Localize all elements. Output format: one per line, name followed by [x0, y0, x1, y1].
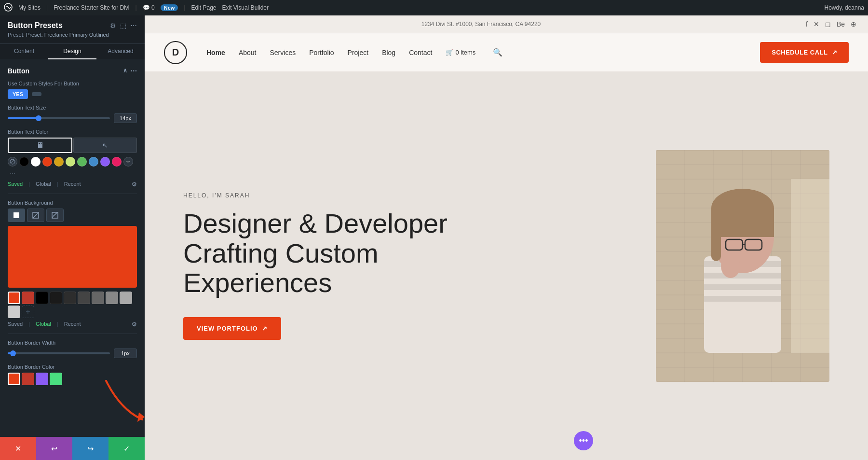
comments-icon[interactable]: 💬 0 — [143, 4, 155, 11]
button-text-color-label: Button Text Color — [8, 129, 137, 135]
more-icon[interactable]: ⋯ — [130, 22, 137, 29]
text-color-circles: ✏ ··· — [8, 157, 137, 178]
text-size-track[interactable] — [8, 117, 110, 119]
layout-icon[interactable]: ⬚ — [120, 22, 126, 29]
save-button[interactable]: ✓ — [108, 437, 145, 460]
view-portfolio-button[interactable]: VIEW PORTFOLIO ↗ — [183, 317, 281, 340]
site-address: 1234 Divi St. #1000, San Francisco, CA 9… — [156, 21, 806, 28]
color-blue[interactable] — [89, 157, 98, 167]
new-badge[interactable]: New — [161, 4, 178, 11]
panel-title: Button Presets — [8, 21, 63, 30]
bg-gradient-btn[interactable] — [46, 209, 64, 222]
nav-cart[interactable]: 🛒 0 items — [446, 49, 475, 56]
eyedropper-icon[interactable] — [8, 157, 17, 167]
bg-swatch-10[interactable] — [8, 306, 20, 318]
add-swatch-btn[interactable]: + — [22, 306, 34, 318]
color-purple[interactable] — [100, 157, 110, 167]
nav-portfolio[interactable]: Portfolio — [309, 49, 334, 56]
text-color-box-1[interactable]: 🖥 — [8, 138, 72, 153]
color-green[interactable] — [77, 157, 87, 167]
saved-tab[interactable]: Saved — [8, 181, 23, 188]
bg-swatch-active[interactable] — [8, 292, 20, 304]
svg-rect-26 — [791, 179, 829, 353]
border-swatch-1[interactable] — [8, 373, 20, 385]
global-tab[interactable]: Global — [36, 181, 51, 188]
tab-advanced[interactable]: Advanced — [96, 44, 145, 59]
nav-home[interactable]: Home — [206, 49, 225, 56]
text-size-slider: 14px — [8, 113, 137, 123]
bg-gear-icon[interactable]: ⚙ — [132, 321, 137, 328]
svg-rect-15 — [704, 273, 781, 279]
color-pink[interactable] — [112, 157, 122, 167]
bg-image-btn[interactable] — [27, 209, 44, 222]
undo-button[interactable]: ↩ — [36, 437, 72, 460]
bg-swatch-7[interactable] — [92, 292, 104, 304]
border-track[interactable] — [8, 352, 110, 354]
view-portfolio-label: VIEW PORTFOLIO — [197, 325, 258, 332]
bg-swatch-6[interactable] — [78, 292, 90, 304]
nav-contact[interactable]: Contact — [409, 49, 432, 56]
section-dots-icon[interactable]: ⋯ — [130, 67, 137, 75]
bg-swatch-2[interactable] — [22, 292, 34, 304]
bg-saved-tab[interactable]: Saved — [8, 321, 23, 328]
svg-line-5 — [33, 212, 39, 218]
border-swatch-4[interactable] — [50, 373, 62, 385]
border-swatch-2[interactable] — [22, 373, 34, 385]
purple-dot-menu[interactable]: ••• — [574, 431, 593, 450]
panel-actions: ✕ ↩ ↪ ✓ — [0, 437, 145, 460]
color-lime[interactable] — [66, 157, 75, 167]
nav-links: Home About Services Portfolio Project Bl… — [206, 48, 502, 57]
site-name-link[interactable]: Freelance Starter Site for Divi — [54, 4, 129, 11]
tab-design[interactable]: Design — [48, 44, 96, 59]
text-color-box-2[interactable]: ↖ — [73, 138, 137, 153]
bg-swatch-9[interactable] — [120, 292, 132, 304]
bg-color-preview[interactable] — [8, 226, 137, 288]
schedule-call-button[interactable]: SCHEDULE CALL ↗ — [760, 42, 849, 63]
svg-rect-21 — [711, 223, 721, 261]
bg-swatch-4[interactable] — [50, 292, 62, 304]
site-logo[interactable]: D — [164, 41, 187, 64]
color-white[interactable] — [31, 157, 41, 167]
bg-swatch-8[interactable] — [106, 292, 118, 304]
recent-tab[interactable]: Recent — [64, 181, 81, 188]
color-settings-icon[interactable]: ⚙ — [132, 181, 137, 188]
bg-solid-btn[interactable] — [8, 209, 25, 222]
text-size-value[interactable]: 14px — [114, 113, 137, 123]
more-colors-dots[interactable]: ··· — [8, 168, 17, 178]
svg-rect-3 — [14, 212, 19, 218]
cancel-button[interactable]: ✕ — [0, 437, 36, 460]
dribbble-icon[interactable]: ⊕ — [851, 20, 856, 28]
tab-content[interactable]: Content — [0, 44, 48, 59]
nav-blog[interactable]: Blog — [382, 49, 395, 56]
color-black[interactable] — [19, 157, 29, 167]
facebook-icon[interactable]: f — [806, 20, 808, 28]
nav-services[interactable]: Services — [270, 49, 296, 56]
settings-icon[interactable]: ⚙ — [110, 22, 116, 29]
instagram-icon[interactable]: ◻ — [825, 20, 831, 28]
toggle-no[interactable] — [32, 92, 41, 96]
toggle-yes[interactable]: YES — [8, 89, 28, 99]
bg-swatch-5[interactable] — [64, 292, 76, 304]
twitter-icon[interactable]: ✕ — [814, 20, 819, 28]
border-width-value[interactable]: 1px — [114, 348, 137, 358]
search-icon[interactable]: 🔍 — [493, 48, 502, 57]
exit-builder-link[interactable]: Exit Visual Builder — [222, 4, 269, 11]
monitor-icon: 🖥 — [36, 141, 44, 150]
my-sites-link[interactable]: My Sites — [18, 4, 41, 11]
color-brush-icon[interactable]: ✏ — [123, 157, 133, 167]
wp-icon[interactable] — [4, 3, 13, 13]
behance-icon[interactable]: Be — [837, 20, 845, 28]
color-yellow[interactable] — [54, 157, 64, 167]
bg-swatch-3[interactable] — [36, 292, 48, 304]
collapse-icon[interactable]: ∧ — [123, 67, 127, 75]
bg-recent-tab[interactable]: Recent — [64, 321, 81, 328]
nav-about[interactable]: About — [239, 49, 257, 56]
border-swatch-3[interactable] — [36, 373, 48, 385]
bg-global-tab[interactable]: Global — [36, 321, 51, 328]
cart-icon: 🛒 — [446, 49, 453, 56]
nav-project[interactable]: Project — [348, 49, 369, 56]
redo-button[interactable]: ↪ — [72, 437, 108, 460]
edit-page-link[interactable]: Edit Page — [191, 4, 216, 11]
color-red[interactable] — [42, 157, 52, 167]
button-text-size-label: Button Text Size — [8, 105, 137, 111]
